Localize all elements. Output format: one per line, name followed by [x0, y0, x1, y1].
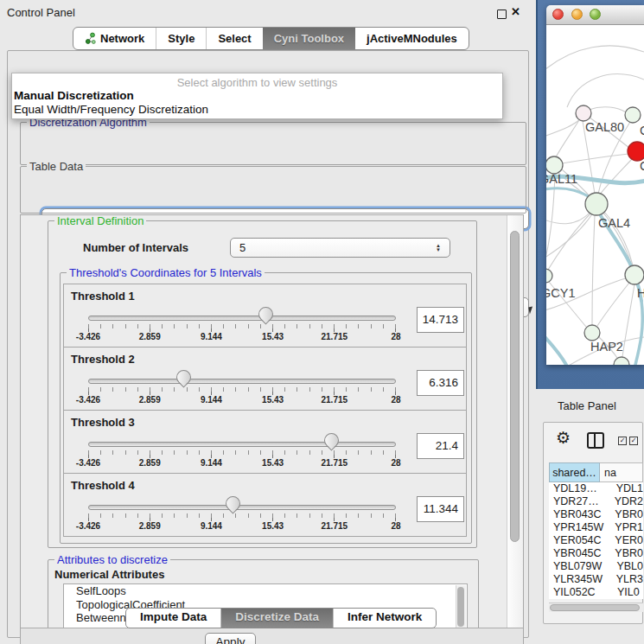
table-row[interactable]: YBR045CYBR0: [549, 547, 643, 560]
table-row[interactable]: YBL079WYBL0: [549, 560, 643, 573]
checkbox-icon[interactable]: ✓: [618, 437, 627, 445]
attributes-scrollbar-thumb[interactable]: [457, 587, 464, 627]
network-edge[interactable]: [597, 283, 629, 326]
threshold-value-field[interactable]: 21.4: [417, 433, 464, 459]
table-row[interactable]: YDR27…YDR2: [549, 495, 643, 508]
slider-minor-ticks: [88, 450, 397, 455]
apply-strip: Apply: [21, 628, 523, 644]
network-edge[interactable]: [592, 215, 595, 325]
network-canvas[interactable]: GAL80GACGAL11GAL4GCY1HHAP2: [546, 25, 644, 365]
tab-cyni-toolbox[interactable]: Cyni Toolbox: [263, 28, 355, 49]
close-traffic-light-icon[interactable]: [552, 9, 564, 20]
tab-style[interactable]: Style: [156, 28, 206, 49]
network-edge[interactable]: [546, 119, 580, 138]
slider-scale-label: 28: [391, 521, 400, 531]
table-row[interactable]: YPR145WYPR1: [549, 521, 643, 534]
table-row[interactable]: YDL19…YDL1: [549, 482, 643, 495]
cell-name: YLR3: [610, 573, 643, 586]
threshold-value-field[interactable]: 14.713: [417, 307, 464, 333]
panel-vertical-scrollbar[interactable]: [507, 215, 523, 628]
table-panel-region: Table Panel ⚙ ✓ ✓ shared… na YDL19…YDL1Y…: [536, 389, 644, 644]
algorithm-option-equal-width[interactable]: Equal Width/Frequency Discretization: [12, 103, 502, 117]
threshold-value-field[interactable]: 11.344: [417, 496, 464, 522]
attribute-item[interactable]: SelfLoops: [64, 584, 467, 598]
checkbox-icon[interactable]: ✓: [629, 437, 638, 445]
slider-track[interactable]: [88, 505, 396, 510]
gear-icon[interactable]: ⚙: [556, 428, 571, 448]
node-label: GA: [640, 124, 644, 137]
network-edge-highlighted[interactable]: [634, 301, 642, 365]
minimize-traffic-light-icon[interactable]: [571, 9, 583, 20]
network-edge[interactable]: [546, 213, 593, 261]
network-edge[interactable]: [556, 120, 579, 157]
network-edge[interactable]: [562, 154, 628, 163]
float-window-icon[interactable]: [497, 10, 507, 19]
node-label: GCY1: [546, 286, 576, 300]
slider-track[interactable]: [88, 316, 396, 321]
settings-scroll-area: Interval Definition Number of Intervals …: [21, 215, 507, 628]
slider-track[interactable]: [88, 442, 396, 447]
network-edge[interactable]: [548, 214, 590, 270]
network-edge-highlighted[interactable]: [546, 331, 567, 365]
network-edge[interactable]: [546, 211, 591, 224]
network-window-titlebar[interactable]: [546, 5, 644, 25]
network-node-ga[interactable]: [625, 107, 641, 123]
tab-select[interactable]: Select: [206, 28, 262, 49]
threshold-value-field[interactable]: 6.316: [417, 370, 464, 396]
network-edge[interactable]: [622, 284, 634, 357]
threshold-3-section: Threshold 3-3.4262.8599.14415.4321.71528…: [63, 410, 467, 474]
discretization-algorithm-group: Discretization Algorithm: [20, 122, 526, 165]
apply-button[interactable]: Apply: [205, 633, 256, 644]
slider-minor-ticks: [88, 324, 397, 328]
table-data-group-title: Table Data: [27, 160, 86, 173]
network-node-gcy1[interactable]: [546, 269, 552, 283]
slider-minor-ticks: [88, 387, 397, 392]
algorithm-option-manual[interactable]: Manual Discretization: [12, 89, 502, 103]
slider-thumb[interactable]: [321, 430, 341, 450]
network-node-gal80[interactable]: [576, 105, 591, 121]
close-icon[interactable]: ✕: [511, 5, 520, 18]
attributes-list-scrollbar[interactable]: [456, 585, 466, 628]
split-column-icon[interactable]: [587, 432, 604, 449]
slider-thumb[interactable]: [173, 367, 194, 387]
tab-infer-network[interactable]: Infer Network: [333, 609, 436, 628]
slider-thumb[interactable]: [222, 493, 243, 513]
column-header-shared-name[interactable]: shared…: [549, 462, 600, 482]
table-row[interactable]: YIL052CYIL0: [549, 586, 643, 599]
tab-discretize-data[interactable]: Discretize Data: [220, 609, 333, 628]
slider-thumb[interactable]: [255, 303, 276, 324]
table-row[interactable]: YER054CYER0: [549, 534, 643, 547]
cell-shared-name: YBL079W: [549, 560, 610, 573]
tab-network[interactable]: Network: [73, 28, 156, 49]
slider-scale-label: 9.144: [201, 521, 222, 531]
table-horizontal-scrollbar[interactable]: [549, 603, 643, 612]
network-edge[interactable]: [589, 107, 626, 112]
network-node-h[interactable]: [625, 265, 644, 284]
stepper-icon[interactable]: ▲▼: [436, 244, 441, 252]
node-label: C: [640, 159, 644, 173]
network-node-gal11[interactable]: [546, 156, 563, 174]
tab-jactivemnodules[interactable]: jActiveMNodules: [355, 28, 469, 49]
tab-label: Style: [168, 29, 194, 48]
network-edge[interactable]: [600, 159, 632, 194]
network-edge[interactable]: [567, 74, 644, 107]
table-row[interactable]: YLR345WYLR3: [549, 573, 643, 586]
algorithm-placeholder: Select algorithm to view settings: [12, 73, 502, 89]
table-scrollbar-thumb[interactable]: [550, 604, 640, 611]
network-node-c[interactable]: [628, 142, 644, 161]
cyni-mode-tab-bar: Impute DataDiscretize DataInfer Network: [125, 608, 437, 628]
number-of-intervals-combobox[interactable]: 5 ▲▼: [230, 238, 450, 258]
network-node-hap2[interactable]: [584, 325, 600, 341]
column-header-name[interactable]: na: [600, 462, 643, 482]
network-edge[interactable]: [546, 46, 644, 73]
tab-impute-data[interactable]: Impute Data: [126, 609, 220, 628]
threshold-4-section: Threshold 4-3.4262.8599.14415.4321.71528…: [63, 473, 467, 537]
zoom-traffic-light-icon[interactable]: [590, 9, 601, 20]
network-node-gal4[interactable]: [585, 193, 608, 215]
panel-scrollbar-thumb[interactable]: [510, 231, 520, 542]
network-node[interactable]: [614, 357, 629, 365]
table-row[interactable]: YBR043CYBR0: [549, 508, 643, 521]
cell-name: YDL1: [610, 482, 643, 495]
cell-name: YIL0: [611, 586, 640, 599]
slider-track[interactable]: [88, 379, 396, 384]
